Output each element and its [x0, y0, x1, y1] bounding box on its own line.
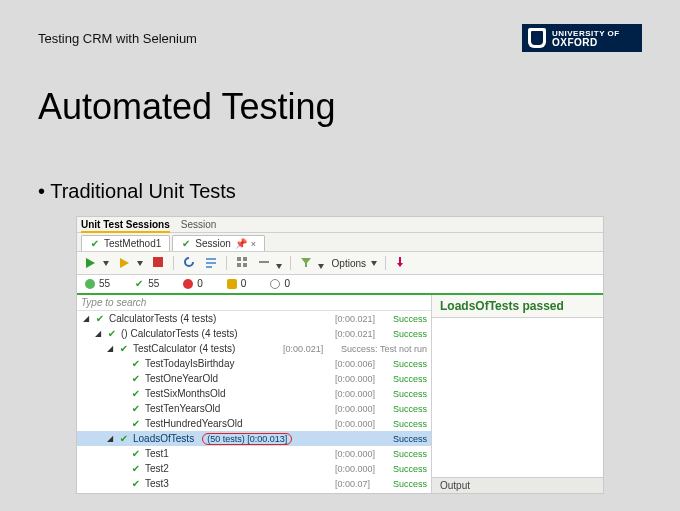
crest-icon — [528, 28, 546, 48]
run-button[interactable] — [83, 256, 109, 270]
svg-marker-1 — [120, 258, 129, 268]
svg-rect-2 — [153, 257, 163, 267]
collapse-button[interactable] — [257, 255, 282, 271]
tree-row[interactable]: ◢✔CalculatorTests (4 tests)[0:00.021]Suc… — [77, 311, 431, 326]
duration: [0:00.000] — [335, 419, 387, 429]
check-icon: ✔ — [119, 433, 129, 444]
test-name: TestHundredYearsOld — [145, 418, 242, 429]
duration: [0:00.07] — [335, 479, 387, 489]
page-title: Automated Testing — [38, 86, 336, 128]
tree-row[interactable]: ✔Test3[0:00.07]Success — [77, 476, 431, 491]
status-label: Success — [393, 389, 427, 399]
svg-rect-8 — [237, 263, 241, 267]
svg-rect-3 — [206, 258, 216, 260]
duration: [0:00.021] — [335, 329, 387, 339]
separator — [173, 256, 174, 270]
chevron-down-icon — [276, 264, 282, 269]
expand-icon[interactable]: ◢ — [107, 344, 115, 353]
tree-row[interactable]: ✔TestTodayIsBirthday[0:00.006]Success — [77, 356, 431, 371]
chevron-down-icon — [371, 261, 377, 266]
tree-row[interactable]: ✔Test2[0:00.000]Success — [77, 461, 431, 476]
track-button[interactable] — [204, 255, 218, 271]
separator — [385, 256, 386, 270]
chevron-down-icon — [103, 261, 109, 266]
time-status: [0:00.000]Success — [335, 464, 427, 474]
svg-marker-0 — [86, 258, 95, 268]
test-name: TestTodayIsBirthday — [145, 358, 235, 369]
status-label: Success — [393, 329, 427, 339]
separator — [290, 256, 291, 270]
dot-yellow-icon — [227, 279, 237, 289]
count-value: 55 — [148, 278, 159, 289]
export-button[interactable] — [394, 255, 408, 271]
highlight-box: (50 tests) [0:00.013] — [202, 433, 292, 445]
sessions-tab-header[interactable]: Unit Test Sessions — [81, 219, 170, 233]
test-tree: Type to search ◢✔CalculatorTests (4 test… — [77, 295, 432, 493]
tab-testmethod1[interactable]: ✔ TestMethod1 — [81, 235, 170, 251]
status-label: Success — [393, 359, 427, 369]
oxford-logo: UNIVERSITY OF OXFORD — [522, 24, 642, 52]
svg-rect-10 — [259, 261, 269, 263]
expand-button[interactable] — [235, 255, 249, 271]
count-pass-total[interactable]: ✔55 — [134, 278, 159, 289]
breadcrumb: Testing CRM with Selenium — [38, 31, 197, 46]
check-icon: ✔ — [181, 238, 191, 249]
count-fail[interactable]: 0 — [183, 278, 203, 289]
tree-row[interactable]: ✔Test1[0:00.000]Success — [77, 446, 431, 461]
chevron-down-icon — [318, 264, 324, 269]
time-status: [0:00.006]Success — [335, 359, 427, 369]
tree-row[interactable]: ✔TestHundredYearsOld[0:00.000]Success — [77, 416, 431, 431]
options-menu[interactable]: Options — [332, 258, 377, 269]
filter-button[interactable] — [299, 255, 324, 271]
stop-button[interactable] — [151, 255, 165, 271]
time-status: [0:00.000]Success — [335, 404, 427, 414]
expand-icon[interactable]: ◢ — [107, 434, 115, 443]
duration: [0:00.006] — [335, 359, 387, 369]
pin-icon[interactable]: 📌 — [235, 238, 247, 249]
test-name: Test3 — [145, 478, 169, 489]
expand-icon[interactable]: ◢ — [95, 329, 103, 338]
tree-row[interactable]: ◢✔() CalculatorTests (4 tests)[0:00.021]… — [77, 326, 431, 341]
svg-rect-7 — [243, 257, 247, 261]
tree-row[interactable]: ✔TestSixMonthsOld[0:00.000]Success — [77, 386, 431, 401]
count-skip[interactable]: 0 — [270, 278, 290, 289]
count-value: 0 — [284, 278, 290, 289]
check-icon: ✔ — [131, 358, 141, 369]
svg-rect-6 — [237, 257, 241, 261]
check-icon: ✔ — [90, 238, 100, 249]
count-value: 0 — [197, 278, 203, 289]
close-icon[interactable]: × — [251, 239, 256, 249]
test-name: Test2 — [145, 463, 169, 474]
test-name: LoadsOfTests — [133, 433, 194, 444]
tree-row[interactable]: ◢✔TestCalculator (4 tests)[0:00.021]Succ… — [77, 341, 431, 356]
tab-session[interactable]: ✔ Session 📌 × — [172, 235, 265, 251]
test-name: () CalculatorTests (4 tests) — [121, 328, 238, 339]
svg-rect-5 — [206, 266, 212, 268]
test-runner-window: Unit Test Sessions Session ✔ TestMethod1… — [76, 216, 604, 494]
expand-icon[interactable]: ◢ — [83, 314, 91, 323]
check-icon: ✔ — [131, 403, 141, 414]
count-warn[interactable]: 0 — [227, 278, 247, 289]
details-panel: LoadsOfTests passed Output — [432, 295, 603, 493]
count-value: 55 — [99, 278, 110, 289]
tree-row[interactable]: ◢✔LoadsOfTests(50 tests) [0:00.013]Succe… — [77, 431, 431, 446]
count-pass-run[interactable]: 55 — [85, 278, 110, 289]
test-name: CalculatorTests (4 tests) — [109, 313, 216, 324]
search-input[interactable]: Type to search — [77, 295, 431, 311]
status-label: Success — [393, 434, 427, 444]
time-status: [0:00.000]Success — [335, 374, 427, 384]
repeat-button[interactable] — [182, 255, 196, 271]
check-icon: ✔ — [95, 313, 105, 324]
duration: [0:00.000] — [335, 374, 387, 384]
test-name: TestCalculator (4 tests) — [133, 343, 235, 354]
time-status: [0:00.000]Success — [335, 419, 427, 429]
check-icon: ✔ — [119, 343, 129, 354]
separator — [226, 256, 227, 270]
tree-row[interactable]: ✔TestTenYearsOld[0:00.000]Success — [77, 401, 431, 416]
check-icon: ✔ — [131, 463, 141, 474]
tree-row[interactable]: ✔TestOneYearOld[0:00.000]Success — [77, 371, 431, 386]
output-tab[interactable]: Output — [432, 477, 603, 493]
sessions-bar: Unit Test Sessions Session — [77, 217, 603, 233]
debug-button[interactable] — [117, 256, 143, 270]
time-status: [0:00.07]Success — [335, 479, 427, 489]
